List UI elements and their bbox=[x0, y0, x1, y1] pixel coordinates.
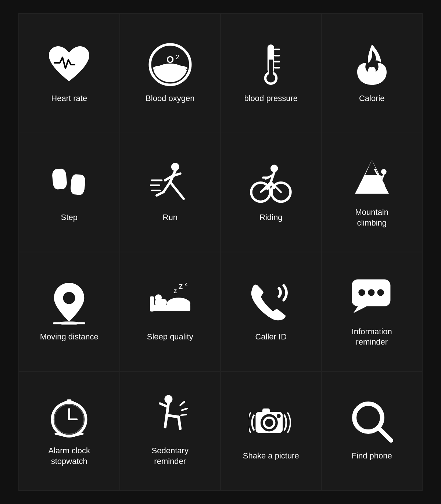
cell-caller-id[interactable]: Caller ID bbox=[221, 252, 321, 371]
svg-rect-11 bbox=[269, 60, 273, 75]
svg-line-70 bbox=[56, 434, 61, 435]
sedentary-reminder-icon bbox=[148, 395, 192, 439]
calorie-icon bbox=[350, 43, 394, 87]
sleep-quality-label: Sleep quality bbox=[147, 332, 193, 342]
caller-id-label: Caller ID bbox=[255, 332, 287, 342]
cell-sleep-quality[interactable]: Z Z Z Sleep quality bbox=[120, 252, 220, 371]
riding-label: Riding bbox=[259, 212, 282, 223]
svg-line-78 bbox=[180, 402, 184, 405]
find-phone-icon bbox=[350, 400, 394, 444]
cell-sedentary-reminder[interactable]: Sedentary reminder bbox=[120, 372, 220, 490]
svg-point-54 bbox=[167, 298, 190, 310]
svg-line-73 bbox=[167, 403, 169, 415]
cell-shake-picture[interactable]: Shake a picture bbox=[221, 372, 321, 490]
svg-text:Z: Z bbox=[179, 283, 183, 291]
svg-rect-52 bbox=[150, 296, 154, 312]
svg-line-27 bbox=[271, 172, 274, 182]
shake-picture-label: Shake a picture bbox=[243, 451, 299, 461]
cell-moving-distance[interactable]: Moving distance bbox=[19, 252, 119, 371]
sedentary-reminder-label: Sedentary reminder bbox=[152, 446, 189, 467]
cell-run[interactable]: Run bbox=[120, 133, 220, 252]
step-label: Step bbox=[61, 212, 78, 223]
svg-line-77 bbox=[160, 403, 168, 407]
svg-rect-84 bbox=[262, 409, 270, 414]
cell-step[interactable]: Step bbox=[19, 133, 119, 252]
cell-mountain-climbing[interactable]: Mountain climbing bbox=[322, 133, 422, 252]
svg-point-61 bbox=[358, 289, 365, 296]
cell-calorie[interactable]: Calorie bbox=[322, 14, 422, 133]
heart-rate-icon bbox=[47, 43, 91, 87]
svg-point-83 bbox=[265, 419, 273, 427]
cell-find-phone[interactable]: Find phone bbox=[322, 372, 422, 490]
caller-id-icon bbox=[249, 281, 293, 325]
cell-alarm-clock[interactable]: Alarm clock stopwatch bbox=[19, 372, 119, 490]
svg-rect-69 bbox=[67, 399, 72, 403]
riding-icon bbox=[249, 162, 293, 206]
cell-blood-oxygen[interactable]: O 2 Blood oxygen bbox=[120, 14, 220, 133]
svg-point-55 bbox=[155, 294, 162, 301]
svg-line-19 bbox=[163, 182, 170, 192]
calorie-label: Calorie bbox=[359, 93, 385, 104]
svg-line-21 bbox=[170, 182, 177, 191]
run-icon bbox=[148, 162, 192, 206]
step-icon bbox=[47, 162, 91, 206]
feature-grid: Heart rate O 2 Blood oxygen bbox=[18, 13, 423, 491]
svg-line-75 bbox=[179, 417, 180, 429]
svg-point-12 bbox=[266, 74, 275, 83]
svg-line-20 bbox=[157, 192, 163, 195]
blood-oxygen-label: Blood oxygen bbox=[146, 93, 194, 104]
svg-text:O: O bbox=[166, 54, 174, 65]
information-reminder-label: Information reminder bbox=[352, 327, 392, 348]
svg-line-74 bbox=[167, 415, 179, 417]
cell-heart-rate[interactable]: Heart rate bbox=[19, 14, 119, 133]
svg-point-85 bbox=[277, 414, 281, 418]
moving-distance-label: Moving distance bbox=[40, 332, 98, 342]
run-label: Run bbox=[163, 212, 178, 223]
svg-line-71 bbox=[78, 434, 83, 435]
cell-information-reminder[interactable]: Information reminder bbox=[322, 252, 422, 371]
svg-line-79 bbox=[182, 408, 187, 410]
svg-text:Z: Z bbox=[173, 288, 177, 294]
svg-line-87 bbox=[379, 428, 391, 440]
svg-line-80 bbox=[181, 415, 186, 415]
moving-distance-icon bbox=[47, 281, 91, 325]
blood-oxygen-icon: O 2 bbox=[148, 43, 192, 87]
svg-text:2: 2 bbox=[176, 54, 179, 60]
heart-rate-label: Heart rate bbox=[51, 93, 87, 104]
svg-point-63 bbox=[377, 289, 384, 296]
svg-text:Z: Z bbox=[184, 283, 187, 287]
mountain-climbing-label: Mountain climbing bbox=[355, 207, 388, 228]
svg-rect-13 bbox=[52, 169, 68, 190]
mountain-climbing-icon bbox=[350, 156, 394, 201]
alarm-clock-label: Alarm clock stopwatch bbox=[48, 446, 90, 467]
blood-pressure-icon bbox=[249, 43, 293, 87]
find-phone-label: Find phone bbox=[352, 451, 392, 461]
svg-rect-14 bbox=[70, 174, 86, 195]
information-reminder-icon bbox=[350, 276, 394, 320]
blood-pressure-label: blood pressure bbox=[244, 93, 298, 104]
svg-point-46 bbox=[63, 292, 75, 304]
svg-marker-60 bbox=[353, 305, 368, 313]
svg-point-62 bbox=[368, 289, 374, 296]
sleep-quality-icon: Z Z Z bbox=[148, 281, 192, 325]
svg-line-22 bbox=[177, 191, 183, 199]
svg-line-76 bbox=[165, 415, 167, 427]
cell-blood-pressure[interactable]: blood pressure bbox=[221, 14, 321, 133]
alarm-clock-icon bbox=[47, 395, 91, 439]
cell-riding[interactable]: Riding bbox=[221, 133, 321, 252]
shake-picture-icon bbox=[249, 400, 293, 444]
